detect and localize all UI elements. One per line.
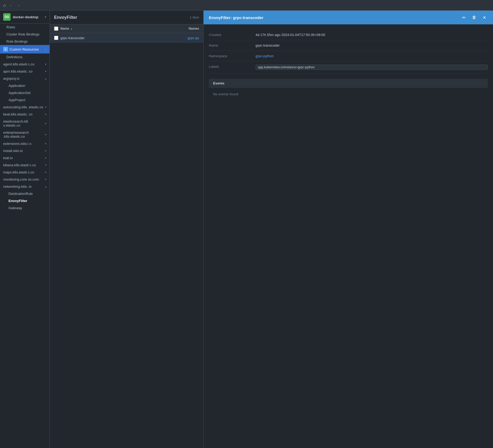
row-checkbox[interactable] — [54, 36, 58, 40]
sidebar-group-argoproj[interactable]: argoproj.io ▴ — [0, 75, 50, 82]
field-created: Created 4d 17h 55m ago 2024-01-04T17:50:… — [209, 30, 488, 40]
sort-icon: ▲ — [70, 27, 73, 30]
events-section: Events No events found — [209, 79, 488, 100]
cluster-chevron-icon: ▾ — [45, 15, 46, 19]
sidebar-item-crb-label: Cluster Role Bindings — [6, 32, 39, 36]
sidebar-group-argoproj-chevron-icon: ▴ — [45, 77, 46, 80]
row-namespace-link[interactable]: grpc-py — [188, 36, 199, 40]
sidebar-group-apm-k8s-chevron-icon: ▾ — [45, 70, 46, 73]
field-labels-badge: app.kubernetes.io/instance=grpc-python — [256, 65, 488, 70]
field-namespace-link[interactable]: grpc-python — [256, 54, 488, 58]
detail-header: EnvoyFilter: grpc-transcoder ✏ 🗑 ✕ — [204, 11, 493, 24]
table-count: 1 item — [190, 15, 199, 19]
sidebar-group-agent-k8s[interactable]: agent.k8s.elasti c.co ▾ — [0, 61, 50, 68]
col-name-header[interactable]: Name ▲ — [60, 27, 187, 30]
sidebar-group-maps-k8s-label: maps.k8s.elasti c.co — [3, 170, 43, 174]
cluster-header[interactable]: DD docker-desktop ▾ — [0, 11, 50, 24]
sidebar-group-autoscaling[interactable]: autoscaling.k8s. elastic.co ▾ — [0, 104, 50, 111]
sidebar-group-monitoring-coreos-chevron-icon: ▾ — [45, 178, 46, 181]
sidebar-group-extensions-istio-chevron-icon: ▾ — [45, 142, 46, 145]
sidebar-group-beat-k8s-chevron-icon: ▾ — [45, 113, 46, 116]
table-header: EnvoyFilter 1 item — [50, 11, 203, 24]
sidebar-item-roles[interactable]: Roles — [0, 24, 50, 31]
sidebar-item-cluster-role-bindings[interactable]: Cluster Role Bindings — [0, 31, 50, 38]
custom-resources-chevron-icon: ▴ — [45, 48, 46, 51]
sidebar-item-rb-label: Role Bindings — [6, 39, 28, 43]
home-icon[interactable]: ⌂ — [3, 3, 6, 8]
sidebar-item-applicationset[interactable]: ApplicationSet — [0, 89, 50, 96]
field-created-value: 4d 17h 55m ago 2024-01-04T17:50:35+09:00 — [256, 33, 488, 37]
select-all-checkbox[interactable] — [54, 26, 58, 31]
sidebar-group-install-istio[interactable]: install.istio.io ▾ — [0, 147, 50, 154]
field-name-label: Name — [209, 43, 251, 47]
sidebar-item-definitions[interactable]: Definitions — [0, 53, 50, 61]
table-col-header: Name ▲ Names — [50, 24, 203, 33]
content-area: EnvoyFilter 1 item Name ▲ Names grpc-tra… — [50, 11, 493, 448]
field-namespace: Namespace grpc-python — [209, 51, 488, 61]
sidebar-item-appproject-label: AppProject — [8, 98, 25, 102]
table-title: EnvoyFilter — [54, 15, 77, 20]
col-names-header: Names — [189, 27, 199, 30]
events-header: Events — [209, 79, 488, 88]
sidebar-item-definitions-label: Definitions — [6, 55, 23, 59]
detail-body: Created 4d 17h 55m ago 2024-01-04T17:50:… — [204, 24, 493, 106]
sidebar: DD docker-desktop ▾ Roles Cluster Role B… — [0, 11, 50, 448]
cluster-name: docker-desktop — [13, 15, 38, 19]
sidebar-group-install-istio-chevron-icon: ▾ — [45, 149, 46, 152]
row-name: grpc-transcoder — [60, 36, 186, 40]
sidebar-group-networking-istio[interactable]: networking.istio. io ▴ — [0, 183, 50, 190]
sidebar-item-appproject[interactable]: AppProject — [0, 96, 50, 104]
top-bar: ⌂ ← → — [0, 0, 493, 11]
sidebar-item-envoyfilter[interactable]: EnvoyFilter — [0, 197, 50, 204]
sidebar-group-apm-k8s-label: apm.k8s.elastic. co — [3, 69, 43, 73]
sidebar-group-autoscaling-label: autoscaling.k8s. elastic.co — [3, 105, 43, 109]
sidebar-group-kiali-label: kiali.io — [3, 156, 43, 160]
sidebar-group-kiali-chevron-icon: ▾ — [45, 156, 46, 159]
cluster-avatar: DD — [3, 13, 11, 21]
sidebar-group-install-istio-label: install.istio.io — [3, 149, 43, 153]
sidebar-group-agent-k8s-label: agent.k8s.elasti c.co — [3, 62, 43, 66]
sidebar-item-application-label: Application — [8, 84, 25, 88]
sidebar-item-gateway[interactable]: Gateway — [0, 204, 50, 212]
sidebar-group-enterprisesearch-label: enterprisesearch .k8s.elastic.co — [3, 131, 43, 138]
events-body: No events found — [209, 88, 488, 100]
sidebar-group-beat-k8s[interactable]: beat.k8s.elastic. co ▾ — [0, 111, 50, 118]
field-namespace-label: Namespace — [209, 54, 251, 58]
sidebar-group-kiali[interactable]: kiali.io ▾ — [0, 154, 50, 162]
sidebar-group-kibana-k8s[interactable]: kibana.k8s.elasti c.co ▾ — [0, 162, 50, 169]
close-button[interactable]: ✕ — [481, 14, 488, 21]
sidebar-group-maps-k8s[interactable]: maps.k8s.elasti c.co ▾ — [0, 169, 50, 176]
field-name-value: grpc-transcoder — [256, 43, 488, 47]
forward-button[interactable]: → — [16, 3, 22, 8]
sidebar-group-kibana-k8s-label: kibana.k8s.elasti c.co — [3, 163, 43, 167]
field-name: Name grpc-transcoder — [209, 40, 488, 51]
col-name-label: Name — [60, 27, 69, 30]
sidebar-item-envoyfilter-label: EnvoyFilter — [8, 199, 27, 203]
sidebar-group-networking-istio-label: networking.istio. io — [3, 185, 43, 189]
sidebar-group-elasticsearch-chevron-icon: ▾ — [45, 122, 46, 125]
sidebar-group-beat-k8s-label: beat.k8s.elastic. co — [3, 112, 43, 116]
sidebar-item-custom-resources[interactable]: ✦ Custom Resources ▴ — [0, 45, 50, 53]
detail-title: EnvoyFilter: grpc-transcoder — [209, 15, 457, 20]
detail-panel: EnvoyFilter: grpc-transcoder ✏ 🗑 ✕ Creat… — [204, 11, 493, 448]
table-row[interactable]: grpc-transcoder grpc-py — [50, 33, 203, 43]
sidebar-group-monitoring-coreos[interactable]: monitoring.core os.com ▾ — [0, 176, 50, 183]
sidebar-group-extensions-istio[interactable]: extensions.istio.i o ▾ — [0, 140, 50, 147]
sidebar-group-enterprisesearch[interactable]: enterprisesearch .k8s.elastic.co ▾ — [0, 129, 50, 140]
sidebar-group-apm-k8s[interactable]: apm.k8s.elastic. co ▾ — [0, 68, 50, 75]
sidebar-group-agent-k8s-chevron-icon: ▾ — [45, 63, 46, 66]
delete-button[interactable]: 🗑 — [470, 14, 478, 21]
sidebar-item-application[interactable]: Application — [0, 82, 50, 89]
sidebar-group-elasticsearch-label: elasticsearch.k8 s.elastic.co — [3, 119, 43, 127]
field-labels-label: Labels — [209, 65, 251, 69]
sidebar-item-destinationrule[interactable]: DestinationRule — [0, 190, 50, 197]
back-button[interactable]: ← — [8, 3, 14, 8]
sidebar-group-monitoring-coreos-label: monitoring.core os.com — [3, 177, 43, 181]
field-created-label: Created — [209, 33, 251, 37]
sidebar-group-maps-k8s-chevron-icon: ▾ — [45, 171, 46, 174]
edit-button[interactable]: ✏ — [461, 14, 467, 21]
sidebar-group-kibana-k8s-chevron-icon: ▾ — [45, 164, 46, 167]
sidebar-group-elasticsearch[interactable]: elasticsearch.k8 s.elastic.co ▾ — [0, 118, 50, 129]
sidebar-group-autoscaling-chevron-icon: ▾ — [45, 106, 46, 109]
sidebar-item-role-bindings[interactable]: Role Bindings — [0, 38, 50, 45]
